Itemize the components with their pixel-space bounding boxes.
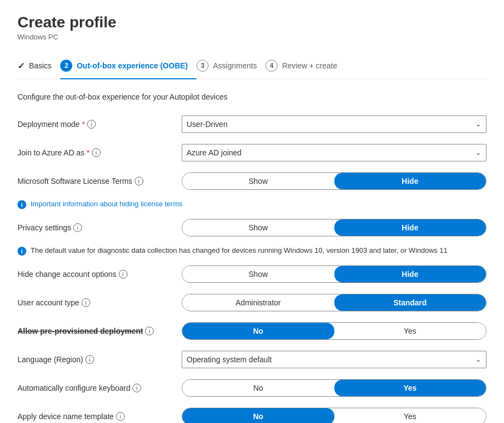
hide-change-account-row: Hide change account options i Show Hide — [18, 264, 486, 284]
user-account-type-row: User account type i Administrator Standa… — [18, 293, 486, 312]
user-account-type-info-icon[interactable]: i — [82, 298, 90, 307]
allow-pre-provisioned-control: No Yes — [182, 322, 486, 340]
user-account-type-control: Administrator Standard — [182, 294, 486, 311]
allow-pre-provisioned-row: Allow pre-provisioned deployment i No Ye… — [18, 321, 486, 341]
wizard-step-oobe[interactable]: 2 Out-of-box experience (OOBE) — [60, 54, 196, 79]
language-region-control: Operating system default ⌄ — [182, 351, 486, 368]
wizard-step-review[interactable]: 4 Review + create — [265, 54, 346, 78]
privacy-settings-toggle: Show Hide — [182, 219, 486, 236]
hide-change-account-info-icon[interactable]: i — [119, 270, 128, 279]
hide-change-account-toggle: Show Hide — [182, 265, 486, 283]
deployment-mode-required: * — [82, 120, 85, 129]
auto-configure-keyboard-label: Automatically configure keyboard i — [18, 384, 182, 392]
language-region-select-wrapper: Operating system default ⌄ — [182, 351, 486, 368]
step-circle-review: 4 — [265, 60, 277, 72]
apply-device-name-yes-btn[interactable]: Yes — [334, 408, 486, 423]
allow-pre-provisioned-no-btn[interactable]: No — [182, 323, 334, 339]
license-terms-row: Microsoft Software License Terms i Show … — [18, 171, 486, 191]
privacy-settings-label: Privacy settings i — [18, 223, 182, 232]
user-account-type-label: User account type i — [18, 298, 182, 307]
license-terms-control: Show Hide — [182, 172, 486, 190]
auto-configure-keyboard-row: Automatically configure keyboard i No Ye… — [18, 378, 486, 398]
allow-pre-provisioned-info-icon[interactable]: i — [145, 327, 154, 335]
privacy-settings-control: Show Hide — [182, 219, 486, 236]
apply-device-name-no-btn[interactable]: No — [182, 408, 334, 423]
wizard-step-oobe-label: Out-of-box experience (OOBE) — [77, 61, 188, 70]
privacy-settings-hide-btn[interactable]: Hide — [334, 219, 486, 236]
wizard-step-assignments-label: Assignments — [213, 61, 257, 70]
diagnostic-info-circle-icon: i — [18, 247, 26, 256]
license-terms-label: Microsoft Software License Terms i — [18, 177, 182, 186]
privacy-settings-row: Privacy settings i Show Hide — [18, 218, 486, 237]
hide-change-account-control: Show Hide — [182, 265, 486, 283]
hide-change-account-hide-btn[interactable]: Hide — [334, 266, 486, 282]
wizard-nav: ✓ Basics 2 Out-of-box experience (OOBE) … — [18, 54, 486, 79]
apply-device-name-info-icon[interactable]: i — [116, 412, 125, 421]
license-terms-info-banner: i Important information about hiding lic… — [18, 200, 486, 209]
deployment-mode-label: Deployment mode * i — [18, 120, 182, 129]
apply-device-name-label: Apply device name template i — [18, 412, 182, 421]
step-circle-oobe: 2 — [60, 60, 72, 72]
allow-pre-provisioned-label: Allow pre-provisioned deployment i — [18, 327, 182, 335]
wizard-step-basics[interactable]: ✓ Basics — [18, 55, 60, 78]
apply-device-name-toggle: No Yes — [182, 408, 486, 423]
join-azure-ad-select[interactable]: Azure AD joined Hybrid Azure AD joined — [182, 144, 486, 161]
user-account-type-admin-btn[interactable]: Administrator — [182, 294, 334, 311]
join-azure-ad-select-wrapper: Azure AD joined Hybrid Azure AD joined ⌄ — [182, 144, 486, 161]
wizard-step-review-label: Review + create — [282, 61, 337, 70]
user-account-type-standard-btn[interactable]: Standard — [334, 294, 486, 311]
wizard-step-assignments[interactable]: 3 Assignments — [196, 54, 265, 78]
join-azure-ad-row: Join to Azure AD as * i Azure AD joined … — [18, 143, 486, 163]
hide-change-account-show-btn[interactable]: Show — [182, 266, 334, 282]
deployment-mode-control: User-Driven Self-Deploying ⌄ — [182, 115, 486, 133]
deployment-mode-row: Deployment mode * i User-Driven Self-Dep… — [18, 114, 486, 134]
auto-configure-keyboard-control: No Yes — [182, 379, 486, 397]
auto-configure-keyboard-info-icon[interactable]: i — [132, 384, 141, 392]
allow-pre-provisioned-yes-btn[interactable]: Yes — [334, 323, 486, 339]
privacy-settings-show-btn[interactable]: Show — [182, 219, 334, 236]
license-terms-link[interactable]: Important information about hiding licen… — [31, 200, 182, 208]
privacy-settings-info-icon[interactable]: i — [73, 223, 82, 232]
deployment-mode-select[interactable]: User-Driven Self-Deploying — [182, 115, 486, 133]
apply-device-name-row: Apply device name template i No Yes — [18, 407, 486, 423]
join-azure-ad-label: Join to Azure AD as * i — [18, 148, 182, 157]
license-terms-show-btn[interactable]: Show — [182, 173, 334, 189]
hide-change-account-label: Hide change account options i — [18, 270, 182, 279]
join-azure-ad-info-icon[interactable]: i — [92, 148, 101, 157]
wizard-step-basics-label: Basics — [29, 61, 51, 70]
license-info-circle-icon: i — [18, 200, 26, 209]
user-account-type-toggle: Administrator Standard — [182, 294, 486, 311]
deployment-mode-select-wrapper: User-Driven Self-Deploying ⌄ — [182, 115, 486, 133]
license-terms-toggle: Show Hide — [182, 172, 486, 190]
deployment-mode-info-icon[interactable]: i — [87, 120, 96, 129]
language-region-label: Language (Region) i — [18, 355, 182, 364]
diagnostic-info-text: The default value for diagnostic data co… — [31, 246, 448, 254]
page-subtitle: Windows PC — [18, 33, 486, 41]
license-terms-hide-btn[interactable]: Hide — [334, 173, 486, 189]
auto-configure-keyboard-yes-btn[interactable]: Yes — [334, 380, 486, 396]
join-azure-ad-required: * — [86, 148, 89, 157]
section-description: Configure the out-of-box experience for … — [18, 92, 486, 101]
language-region-info-icon[interactable]: i — [85, 355, 94, 364]
language-region-select[interactable]: Operating system default — [182, 351, 486, 368]
diagnostic-info-banner: i The default value for diagnostic data … — [18, 246, 486, 256]
auto-configure-keyboard-toggle: No Yes — [182, 379, 486, 397]
language-region-row: Language (Region) i Operating system def… — [18, 350, 486, 369]
allow-pre-provisioned-toggle: No Yes — [182, 322, 486, 340]
page-title: Create profile — [18, 13, 486, 32]
step-circle-assignments: 3 — [196, 60, 208, 72]
join-azure-ad-control: Azure AD joined Hybrid Azure AD joined ⌄ — [182, 144, 486, 161]
step-check-icon: ✓ — [18, 61, 25, 71]
auto-configure-keyboard-no-btn[interactable]: No — [182, 380, 334, 396]
license-terms-info-icon[interactable]: i — [135, 177, 143, 186]
apply-device-name-control: No Yes — [182, 408, 486, 423]
